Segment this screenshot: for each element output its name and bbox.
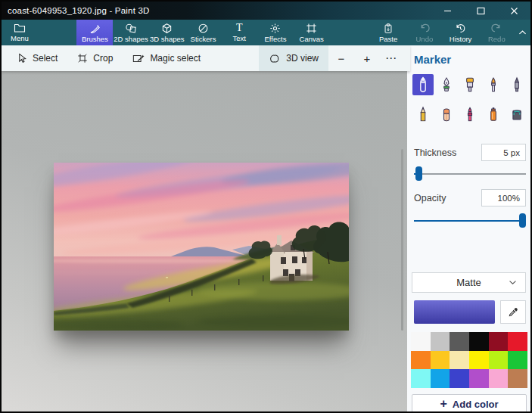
select-label: Select bbox=[33, 53, 58, 64]
paste-button[interactable]: Paste bbox=[370, 20, 406, 45]
folder-icon bbox=[14, 23, 26, 33]
magic-select-label: Magic select bbox=[150, 53, 201, 64]
brush-watercolor[interactable] bbox=[483, 74, 504, 95]
ribbon-tab-label: Effects bbox=[265, 35, 287, 43]
ribbon-tab-label: Canvas bbox=[300, 35, 324, 43]
crop-label: Crop bbox=[93, 53, 113, 64]
opacity-slider[interactable] bbox=[414, 213, 526, 228]
crop-button[interactable]: Crop bbox=[67, 45, 123, 71]
brush-marker[interactable] bbox=[412, 74, 434, 95]
palette-swatch[interactable] bbox=[508, 351, 527, 370]
palette-swatch[interactable] bbox=[469, 351, 489, 370]
palette-swatch[interactable] bbox=[469, 369, 489, 388]
brush-calligraphy-pen[interactable] bbox=[436, 74, 457, 95]
redo-icon bbox=[491, 23, 502, 34]
material-value: Matte bbox=[456, 277, 481, 288]
ribbon-tab-text[interactable]: T Text bbox=[221, 20, 257, 45]
ribbon-tab-label: 3D shapes bbox=[150, 35, 184, 43]
palette-swatch[interactable] bbox=[508, 369, 527, 388]
palette-swatch[interactable] bbox=[489, 332, 509, 351]
palette-swatch[interactable] bbox=[431, 351, 450, 370]
3d-view-icon bbox=[269, 53, 281, 64]
history-icon bbox=[455, 23, 466, 34]
opacity-value-field[interactable]: 100% bbox=[481, 189, 526, 206]
add-color-button[interactable]: + Add color bbox=[412, 394, 527, 413]
palette-swatch[interactable] bbox=[411, 351, 431, 370]
canvas-photo[interactable] bbox=[54, 163, 349, 331]
brush-pencil[interactable] bbox=[412, 104, 434, 125]
maximize-button[interactable] bbox=[464, 2, 497, 20]
brush-crayon[interactable] bbox=[459, 104, 481, 125]
redo-button[interactable]: Redo bbox=[478, 20, 515, 45]
brush-pixel-pen[interactable] bbox=[506, 74, 527, 95]
canvas-icon bbox=[306, 23, 317, 34]
thickness-value-field[interactable]: 5 px bbox=[481, 144, 526, 161]
ribbon-tab-effects[interactable]: Effects bbox=[257, 20, 294, 45]
palette-swatch[interactable] bbox=[450, 351, 469, 370]
opacity-slider-handle[interactable] bbox=[519, 213, 526, 228]
history-label: History bbox=[450, 35, 472, 43]
palette-swatch[interactable] bbox=[469, 332, 489, 351]
stickers-icon bbox=[198, 23, 209, 34]
color-palette bbox=[411, 332, 527, 388]
thickness-slider[interactable] bbox=[414, 166, 526, 181]
eyedropper-button[interactable] bbox=[500, 300, 526, 324]
minimize-button[interactable] bbox=[431, 2, 464, 20]
ribbon-tab-3d-shapes[interactable]: 3D shapes bbox=[149, 20, 185, 45]
palette-swatch[interactable] bbox=[411, 332, 431, 351]
magic-select-icon bbox=[132, 54, 145, 64]
palette-swatch[interactable] bbox=[489, 351, 509, 370]
crop-icon bbox=[77, 53, 88, 64]
zoom-in-button[interactable]: + bbox=[354, 45, 380, 71]
current-color-swatch[interactable] bbox=[414, 300, 495, 324]
brush-grid bbox=[412, 74, 527, 125]
palette-swatch[interactable] bbox=[450, 369, 469, 388]
undo-icon bbox=[418, 23, 430, 34]
ribbon: Menu Brushes 2D shapes 3D shapes Sticker… bbox=[2, 20, 530, 45]
material-dropdown[interactable]: Matte bbox=[412, 272, 526, 293]
thickness-slider-handle[interactable] bbox=[415, 166, 422, 181]
more-options-button[interactable]: ⋯ bbox=[380, 45, 403, 71]
ribbon-tab-2d-shapes[interactable]: 2D shapes bbox=[113, 20, 149, 45]
brush-spray-can[interactable] bbox=[483, 104, 504, 125]
brush-fill[interactable] bbox=[506, 104, 527, 125]
select-button[interactable]: Select bbox=[8, 45, 67, 71]
paint3d-window: coast-6049953_1920.jpg - Paint 3D Menu B… bbox=[0, 0, 532, 413]
palette-swatch[interactable] bbox=[431, 332, 450, 351]
ribbon-tab-label: Stickers bbox=[191, 35, 216, 43]
minimize-icon bbox=[443, 7, 452, 15]
undo-label: Undo bbox=[416, 35, 434, 43]
eyedropper-icon bbox=[508, 306, 519, 318]
ribbon-tab-brushes[interactable]: Brushes bbox=[76, 20, 113, 45]
palette-swatch[interactable] bbox=[489, 369, 509, 388]
paste-icon bbox=[383, 23, 394, 34]
close-button[interactable] bbox=[497, 2, 530, 20]
text-icon: T bbox=[236, 23, 243, 33]
thickness-row: Thickness 5 px bbox=[414, 144, 526, 161]
cursor-select-icon bbox=[17, 53, 27, 64]
palette-swatch[interactable] bbox=[431, 369, 450, 388]
menu-button[interactable]: Menu bbox=[2, 20, 38, 45]
canvas-workspace[interactable] bbox=[2, 71, 410, 413]
menu-label: Menu bbox=[11, 34, 29, 42]
history-button[interactable]: History bbox=[443, 20, 479, 45]
zoom-out-button[interactable]: − bbox=[328, 45, 354, 71]
magic-select-button[interactable]: Magic select bbox=[123, 45, 210, 71]
canvas-vertical-scrollbar[interactable] bbox=[401, 149, 403, 331]
3d-view-button[interactable]: 3D view bbox=[259, 45, 328, 71]
palette-swatch[interactable] bbox=[450, 332, 469, 351]
ribbon-tab-stickers[interactable]: Stickers bbox=[185, 20, 222, 45]
undo-button[interactable]: Undo bbox=[406, 20, 443, 45]
panel-title: Marker bbox=[414, 53, 451, 66]
brush-oil-brush[interactable] bbox=[459, 74, 481, 95]
brush-icon bbox=[89, 23, 101, 34]
paste-label: Paste bbox=[379, 35, 397, 43]
palette-swatch[interactable] bbox=[508, 332, 527, 351]
ribbon-tab-canvas[interactable]: Canvas bbox=[294, 20, 330, 45]
plus-icon: + bbox=[440, 397, 446, 411]
brush-eraser[interactable] bbox=[436, 104, 457, 125]
palette-swatch[interactable] bbox=[411, 369, 431, 388]
collapse-ribbon-button[interactable] bbox=[515, 20, 530, 45]
chevron-up-icon bbox=[518, 30, 527, 36]
titlebar: coast-6049953_1920.jpg - Paint 3D bbox=[2, 2, 530, 20]
